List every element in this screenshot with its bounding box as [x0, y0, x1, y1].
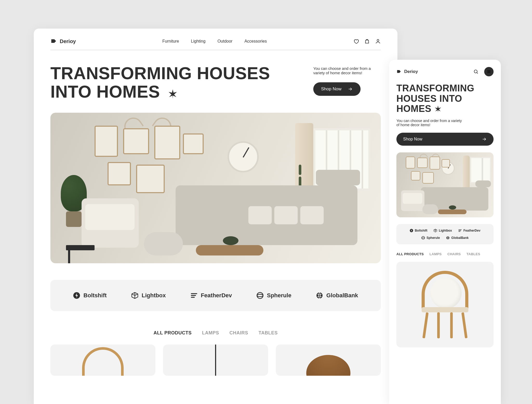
brand-name: Derioy: [404, 69, 418, 74]
product-grid: [50, 345, 381, 376]
brand-spherule: Spherule: [421, 236, 440, 240]
desktop-viewport: Derioy Furniture Lighting Outdoor Access…: [34, 29, 397, 404]
starburst-icon: [434, 103, 442, 114]
header-actions: [353, 38, 381, 44]
brand-lightbox: Lightbox: [131, 292, 166, 299]
hero-line2: INTO HOMES: [50, 82, 160, 101]
boltshift-icon: [73, 292, 80, 299]
hero-line2: HOUSES INTO: [396, 93, 462, 104]
hero: TRANSFORMING HOUSES INTO HOMES You can c…: [50, 50, 381, 101]
nav-lighting[interactable]: Lighting: [191, 39, 205, 44]
account-icon[interactable]: [375, 38, 381, 44]
shop-now-button[interactable]: Shop Now: [313, 82, 361, 96]
globalbank-icon: [446, 236, 450, 240]
menu-button[interactable]: [484, 67, 494, 76]
brand-featherdev: FeatherDev: [190, 292, 232, 299]
product-card[interactable]: [50, 345, 155, 376]
hero-aside: You can choose and order from a variety …: [313, 64, 381, 96]
product-tabs: ALL PRODUCTS LAMPS CHAIRS TABLES: [50, 330, 381, 336]
mobile-actions: [471, 67, 494, 76]
nav-furniture[interactable]: Furniture: [162, 39, 179, 44]
featherdev-icon: [458, 229, 462, 232]
brand-strip: Boltshift Lightbox FeatherDev Spherule G…: [50, 280, 381, 311]
tab-all[interactable]: ALL PRODUCTS: [154, 330, 192, 336]
hero-image: [396, 152, 494, 217]
header: Derioy Furniture Lighting Outdoor Access…: [50, 38, 381, 50]
menu-icon: [487, 69, 491, 74]
starburst-icon: [168, 83, 178, 101]
tab-chairs[interactable]: CHAIRS: [447, 252, 461, 256]
cart-icon[interactable]: [364, 38, 370, 44]
brand-globalbank: GlobalBank: [446, 236, 469, 240]
lightbox-icon: [131, 292, 138, 299]
shop-now-button[interactable]: Shop Now: [396, 133, 494, 146]
product-tabs: ALL PRODUCTS LAMPS CHAIRS TABLES: [396, 252, 494, 256]
mobile-viewport: Derioy TRANSFORMING HOUSES INTO HOMES Yo…: [389, 60, 501, 404]
hero-line3: HOMES: [396, 103, 431, 114]
brand-name: Derioy: [60, 38, 76, 44]
brand-logo[interactable]: Derioy: [396, 69, 418, 74]
product-card[interactable]: [163, 345, 268, 376]
hero-sub: You can choose and order from a variety …: [313, 66, 381, 75]
hero-headline: TRANSFORMING HOUSES INTO HOMES: [396, 83, 494, 114]
mobile-header: Derioy: [396, 67, 494, 76]
globalbank-icon: [316, 292, 323, 299]
hero-line1: TRANSFORMING: [396, 83, 474, 93]
primary-nav: Furniture Lighting Outdoor Accessories: [162, 39, 267, 44]
logo-icon: [396, 69, 402, 74]
hero-sub: You can choose and order from a variety …: [396, 119, 464, 127]
nav-outdoor[interactable]: Outdoor: [217, 39, 232, 44]
product-card[interactable]: [276, 345, 381, 376]
arrow-right-icon: [482, 137, 487, 142]
hero-headline: TRANSFORMING HOUSES INTO HOMES: [50, 64, 270, 101]
brand-boltshift: Boltshift: [410, 229, 428, 232]
featherdev-icon: [190, 292, 198, 299]
brand-featherdev: FeatherDev: [458, 229, 480, 232]
hero-line1: TRANSFORMING HOUSES: [50, 64, 270, 83]
chair-illustration: [416, 271, 474, 338]
spherule-icon: [256, 292, 264, 299]
spherule-icon: [421, 236, 425, 240]
search-button[interactable]: [471, 67, 481, 76]
boltshift-icon: [410, 229, 413, 232]
tab-all[interactable]: ALL PRODUCTS: [396, 252, 424, 256]
tab-lamps[interactable]: LAMPS: [429, 252, 442, 256]
tab-chairs[interactable]: CHAIRS: [229, 330, 248, 336]
shop-now-label: Shop Now: [321, 86, 341, 92]
brand-globalbank: GlobalBank: [316, 292, 358, 299]
product-card[interactable]: [396, 262, 494, 347]
lightbox-icon: [434, 229, 437, 232]
search-icon: [473, 69, 478, 74]
shop-now-label: Shop Now: [403, 137, 422, 142]
tab-tables[interactable]: TABLES: [258, 330, 278, 336]
brand-strip: Boltshift Lightbox FeatherDev Spherule G…: [396, 224, 494, 244]
mobile-hero: TRANSFORMING HOUSES INTO HOMES You can c…: [396, 76, 494, 146]
tab-tables[interactable]: TABLES: [467, 252, 480, 256]
brand-lightbox: Lightbox: [434, 229, 452, 232]
arrow-right-icon: [348, 86, 353, 92]
wishlist-icon[interactable]: [353, 38, 359, 44]
brand-spherule: Spherule: [256, 292, 291, 299]
hero-image: [50, 113, 381, 263]
nav-accessories[interactable]: Accessories: [244, 39, 267, 44]
logo-icon: [50, 38, 57, 45]
brand-logo[interactable]: Derioy: [50, 38, 76, 45]
brand-boltshift: Boltshift: [73, 292, 107, 299]
tab-lamps[interactable]: LAMPS: [202, 330, 219, 336]
